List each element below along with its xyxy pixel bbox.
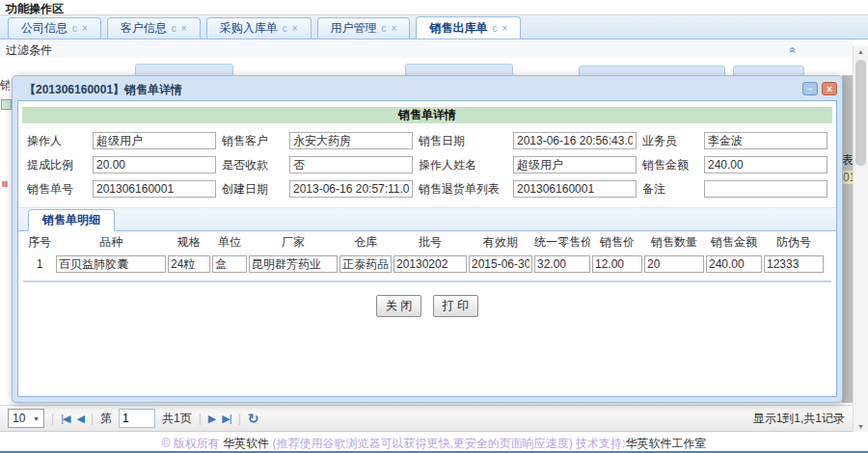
create-date-field[interactable] [289, 180, 413, 198]
tab-close-icon[interactable]: × [392, 18, 397, 39]
expiry-input[interactable] [469, 255, 532, 273]
column-header-batch-no: 批号 [393, 234, 467, 251]
page-size-select[interactable]: 10 ▼ [8, 409, 44, 428]
tab-refresh-icon[interactable]: c [72, 18, 77, 39]
scroll-up-icon[interactable]: ▲ [854, 48, 868, 55]
workspace-header: 功能操作区 [0, 0, 868, 15]
tab-purchase-inbound[interactable]: 采购入库单 c × [206, 17, 312, 39]
first-page-icon[interactable]: |◀ [61, 413, 69, 425]
spec-input[interactable] [168, 255, 210, 273]
table-row: 1 [23, 253, 831, 276]
collapse-panel-icon[interactable]: » [785, 47, 799, 54]
page-size-value: 10 [13, 412, 25, 425]
unit-input[interactable] [212, 255, 247, 273]
window-title: 【201306160001】销售单详情 [24, 82, 182, 98]
refresh-icon[interactable]: ↻ [248, 411, 259, 426]
amount-input[interactable] [706, 255, 762, 273]
background-marker-fragment [2, 181, 8, 187]
chevron-down-icon: ▼ [33, 415, 40, 422]
vertical-scrollbar[interactable]: ▲ ▼ [853, 46, 868, 432]
tab-refresh-icon[interactable]: c [283, 18, 287, 39]
sale-price-input[interactable] [592, 255, 642, 273]
browser-tip-text: (推荐使用谷歌浏览器可以获得更快,更安全的页面响应速度) [269, 437, 573, 450]
filter-panel-header: 过滤条件 [0, 40, 853, 58]
return-list-field[interactable] [513, 180, 637, 198]
tab-order-items[interactable]: 销售单明细 [28, 209, 115, 231]
column-header-spec: 规格 [168, 234, 210, 251]
quantity-input[interactable] [644, 255, 704, 273]
tab-label: 用户管理 [331, 18, 377, 39]
tab-user-management[interactable]: 用户管理 c × [317, 17, 411, 39]
grid-header-row: 序号 品种 规格 单位 厂家 仓库 批号 有效期 统一零售价 销售价 销售数量 … [23, 231, 831, 253]
minimize-icon[interactable]: − [802, 82, 818, 95]
scrollbar-thumb[interactable] [855, 60, 866, 166]
tab-close-icon[interactable]: × [502, 18, 507, 39]
manufacturer-input[interactable] [249, 255, 338, 273]
column-header-manufacturer: 厂家 [249, 234, 338, 251]
tab-sales-outbound[interactable]: 销售出库单 c × [416, 16, 521, 39]
copyright-footer: © 版权所有 华英软件 (推荐使用谷歌浏览器可以获得更快,更安全的页面响应速度)… [0, 433, 868, 453]
tab-close-icon[interactable]: × [181, 18, 187, 39]
unit-cell [212, 255, 247, 273]
quantity-cell [644, 255, 704, 273]
tab-close-icon[interactable]: × [292, 18, 298, 39]
product-cell [56, 255, 166, 273]
customer-field[interactable] [289, 132, 413, 149]
last-page-icon[interactable]: ▶| [222, 413, 231, 425]
page-total-label: 共1页 [162, 411, 192, 427]
operator-field[interactable] [93, 132, 216, 149]
tab-label: 销售出库单 [429, 18, 487, 39]
field-label-sale-date: 销售日期 [419, 133, 507, 149]
close-button[interactable]: 关 闭 [376, 295, 421, 317]
order-detail-form: 操作人 销售客户 销售日期 业务员 提成比例 是否收款 操作人姓名 销售金额 销… [27, 132, 827, 198]
security-no-input[interactable] [764, 255, 824, 273]
scroll-down-icon[interactable]: ▼ [854, 423, 868, 430]
batch-no-cell [393, 255, 467, 273]
commission-rate-field[interactable] [93, 156, 216, 173]
seq-cell: 1 [25, 257, 54, 271]
retail-price-input[interactable] [534, 255, 590, 273]
remark-field[interactable] [704, 180, 827, 198]
tab-refresh-icon[interactable]: c [382, 18, 387, 39]
payment-received-field[interactable] [289, 156, 413, 173]
divider: | [199, 412, 202, 425]
field-label-salesman: 业务员 [642, 133, 698, 149]
sale-amount-field[interactable] [704, 156, 827, 173]
copyright-text: © 版权所有 [162, 437, 224, 450]
field-label-operator-name: 操作人姓名 [419, 157, 507, 173]
company-name: 华英软件 [223, 437, 269, 450]
print-button[interactable]: 打 印 [433, 295, 478, 317]
field-label-remark: 备注 [642, 181, 698, 198]
salesman-field[interactable] [704, 132, 827, 149]
background-grid-icon [1, 99, 12, 110]
tab-refresh-icon[interactable]: c [172, 18, 176, 39]
sale-date-field[interactable] [513, 132, 637, 149]
dialog-buttons: 关 闭 打 印 [18, 295, 836, 317]
batch-no-input[interactable] [393, 255, 467, 273]
field-label-sale-amount: 销售金额 [642, 157, 698, 173]
order-no-field[interactable] [93, 180, 216, 198]
tab-refresh-icon[interactable]: c [492, 18, 497, 39]
grid-paging-toolbar: 10 ▼ | |◀ ◀ | 第 共1页 | ▶ ▶| | ↻ 显示1到1,共1记… [0, 405, 853, 432]
prev-page-icon[interactable]: ◀ [76, 413, 83, 425]
field-label-commission-rate: 提成比例 [27, 157, 87, 173]
column-header-quantity: 销售数量 [644, 234, 704, 251]
amount-cell [706, 255, 762, 273]
tab-close-icon[interactable]: × [82, 18, 88, 39]
column-header-security-no: 防伪号 [764, 234, 824, 251]
page-number-input[interactable] [119, 409, 155, 428]
expiry-cell [469, 255, 532, 273]
tab-customer-info[interactable]: 客户信息 c × [107, 17, 201, 39]
column-header-expiry: 有效期 [469, 234, 532, 251]
column-header-product: 品种 [56, 234, 166, 251]
close-icon[interactable]: × [822, 82, 837, 95]
next-page-icon[interactable]: ▶ [208, 413, 215, 425]
studio-name: 华英软件工作室 [625, 437, 706, 450]
operator-name-field[interactable] [513, 156, 637, 173]
column-header-unit: 单位 [212, 234, 247, 251]
warehouse-input[interactable] [339, 255, 392, 273]
tab-company-info[interactable]: 公司信息 c × [8, 17, 101, 39]
product-input[interactable] [56, 255, 166, 273]
field-label-order-no: 销售单号 [27, 181, 87, 198]
detail-tab-bar: 销售单明细 [18, 208, 836, 231]
